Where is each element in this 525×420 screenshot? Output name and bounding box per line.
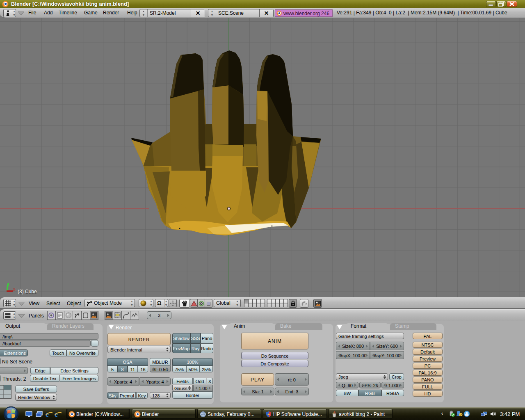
svg-text:x: x [13,287,16,292]
